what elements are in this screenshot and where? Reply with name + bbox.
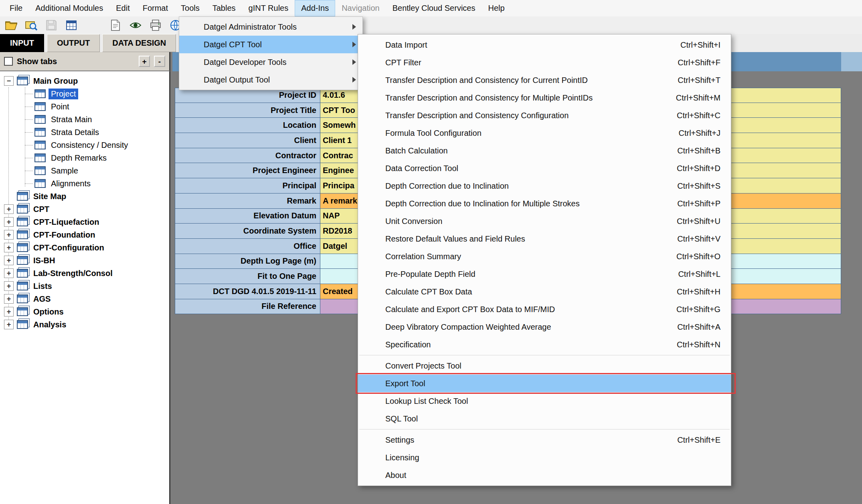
gint-window: FileAdditional ModulesEditFormatToolsTab… xyxy=(0,0,862,504)
tree-item-label: Depth Remarks xyxy=(49,153,109,163)
tree-item-site-map[interactable]: Site Map xyxy=(0,190,169,203)
cpt-menu-item-transfer-description-and-consistency-for-multiple-pointids[interactable]: Transfer Description and Consistency for… xyxy=(358,89,731,107)
addins-menu-item-datgel-output-tool[interactable]: Datgel Output Tool xyxy=(179,71,362,89)
find-project-icon[interactable] xyxy=(24,18,38,32)
tree-item-cpt-configuration[interactable]: +CPT-Configuration xyxy=(0,241,169,254)
cpt-menu-item-deep-vibratory-compaction-weighted-average[interactable]: Deep Vibratory Compaction Weighted Avera… xyxy=(358,318,731,336)
cpt-menu-item-cpt-filter[interactable]: CPT FilterCtrl+Shift+F xyxy=(358,54,731,71)
cpt-menu-item-correlation-summary[interactable]: Correlation SummaryCtrl+Shift+O xyxy=(358,248,731,265)
tree-item-label: CPT xyxy=(31,204,52,215)
cpt-menu-item-about[interactable]: About xyxy=(358,466,731,484)
menu-item-label: Settings xyxy=(385,435,414,445)
minus-expander-icon[interactable]: − xyxy=(4,76,14,86)
cpt-menu-item-transfer-description-and-consistency-configuration[interactable]: Transfer Description and Consistency Con… xyxy=(358,107,731,124)
cpt-menu-item-formula-tool-configuration[interactable]: Formula Tool ConfigurationCtrl+Shift+J xyxy=(358,124,731,142)
tree-item-project[interactable]: Project xyxy=(0,87,169,100)
tree-item-consistency-density[interactable]: Consistency / Density xyxy=(0,139,169,151)
shortcut-label: Ctrl+Shift+D xyxy=(677,164,720,173)
plus-expander-icon[interactable]: + xyxy=(4,204,14,214)
tree-item-options[interactable]: +Options xyxy=(0,305,169,318)
cpt-menu-item-sql-tool[interactable]: SQL Tool xyxy=(358,410,731,427)
shortcut-label: Ctrl+Shift+E xyxy=(677,435,720,445)
menubar-item-tools[interactable]: Tools xyxy=(174,0,206,16)
cpt-menu-item-convert-projects-tool[interactable]: Convert Projects Tool xyxy=(358,357,731,375)
plus-expander-icon[interactable]: + xyxy=(4,307,14,317)
show-tabs-bar: Show tabs + - xyxy=(0,52,170,71)
tree-item-strata-details[interactable]: Strata Details xyxy=(0,126,169,139)
cpt-menu-item-settings[interactable]: SettingsCtrl+Shift+E xyxy=(358,431,731,449)
cpt-menu-item-licensing[interactable]: Licensing xyxy=(358,449,731,466)
tree-item-cpt[interactable]: +CPT xyxy=(0,203,169,216)
tree-item-lists[interactable]: +Lists xyxy=(0,280,169,292)
menubar-item-tables[interactable]: Tables xyxy=(206,0,242,16)
cpt-menu-item-lookup-list-check-tool[interactable]: Lookup List Check Tool xyxy=(358,392,731,410)
preview-eye-icon[interactable] xyxy=(128,18,143,32)
plus-expander-icon[interactable]: + xyxy=(4,268,14,278)
tree-item-lab-strength-consol[interactable]: +Lab-Strength/Consol xyxy=(0,267,169,280)
cpt-menu-item-calculate-and-export-cpt-box-data-to-mif-mid[interactable]: Calculate and Export CPT Box Data to MIF… xyxy=(358,300,731,318)
cpt-menu-item-depth-correction-due-to-inclination-for-multiple-strokes[interactable]: Depth Correction due to Inclination for … xyxy=(358,195,731,212)
plus-expander-icon[interactable]: + xyxy=(4,217,14,227)
plus-expander-icon[interactable]: + xyxy=(4,294,14,304)
tree-item-analysis[interactable]: +Analysis xyxy=(0,318,169,331)
addins-menu-item-datgel-developer-tools[interactable]: Datgel Developer Tools xyxy=(179,53,362,71)
cpt-menu-item-data-correction-tool[interactable]: Data Correction ToolCtrl+Shift+D xyxy=(358,159,731,177)
cpt-menu-item-specification[interactable]: SpecificationCtrl+Shift+N xyxy=(358,336,731,353)
tree-item-main-group[interactable]: −Main Group xyxy=(0,75,169,87)
menubar-item-help[interactable]: Help xyxy=(482,0,511,16)
open-project-icon[interactable] xyxy=(4,18,18,32)
cpt-menu-item-data-import[interactable]: Data ImportCtrl+Shift+I xyxy=(358,36,731,54)
tab-output[interactable]: OUTPUT xyxy=(47,34,100,52)
cpt-menu-item-batch-calculation[interactable]: Batch CalculationCtrl+Shift+B xyxy=(358,142,731,159)
tab-data-design[interactable]: DATA DESIGN xyxy=(102,34,176,52)
tree-item-ags[interactable]: +AGS xyxy=(0,292,169,305)
menubar-item-add-ins[interactable]: Add-Ins xyxy=(295,0,335,16)
table-group-icon xyxy=(17,294,28,303)
toolbar-separator xyxy=(84,18,103,32)
plus-expander-icon[interactable]: + xyxy=(4,281,14,291)
toolbar xyxy=(0,16,862,34)
tree-item-sample[interactable]: Sample xyxy=(0,164,169,177)
menubar-item-bentley-cloud-services[interactable]: Bentley Cloud Services xyxy=(386,0,482,16)
tree-item-point[interactable]: Point xyxy=(0,100,169,113)
tree-item-cpt-foundation[interactable]: +CPT-Foundation xyxy=(0,228,169,241)
remove-tab-button[interactable]: - xyxy=(154,56,165,67)
field-label: Fit to One Page xyxy=(175,269,320,284)
plus-expander-icon[interactable]: + xyxy=(4,256,14,265)
print-icon[interactable] xyxy=(148,18,163,32)
addins-menu-item-datgel-cpt-tool[interactable]: Datgel CPT Tool xyxy=(179,36,362,53)
cpt-menu-item-restore-default-values-and-field-rules[interactable]: Restore Default Values and Field RulesCt… xyxy=(358,230,731,248)
shortcut-label: Ctrl+Shift+H xyxy=(677,287,720,296)
tree-item-depth-remarks[interactable]: Depth Remarks xyxy=(0,151,169,164)
show-tabs-checkbox[interactable] xyxy=(4,57,13,66)
addins-dropdown-menu: Datgel Administrator ToolsDatgel CPT Too… xyxy=(179,16,363,90)
tab-input[interactable]: INPUT xyxy=(0,34,44,52)
report-icon[interactable] xyxy=(108,18,123,32)
cpt-menu-item-calculate-cpt-box-data[interactable]: Calculate CPT Box DataCtrl+Shift+H xyxy=(358,283,731,300)
menubar-item-file[interactable]: File xyxy=(3,0,29,16)
addins-menu-item-datgel-administrator-tools[interactable]: Datgel Administrator Tools xyxy=(179,18,362,36)
plus-expander-icon[interactable]: + xyxy=(4,243,14,252)
plus-expander-icon[interactable]: + xyxy=(4,230,14,240)
cpt-menu-item-transfer-description-and-consistency-for-current-pointid[interactable]: Transfer Description and Consistency for… xyxy=(358,71,731,89)
plus-expander-icon[interactable]: + xyxy=(4,320,14,329)
menubar-item-gint-rules[interactable]: gINT Rules xyxy=(242,0,295,16)
table-group-icon xyxy=(17,218,28,226)
menu-item-label: Convert Projects Tool xyxy=(385,361,461,371)
table-properties-icon[interactable] xyxy=(64,18,79,32)
menu-item-label: Datgel Administrator Tools xyxy=(204,22,297,32)
tree-item-cpt-liquefaction[interactable]: +CPT-Liquefaction xyxy=(0,216,169,228)
cpt-menu-item-pre-populate-depth-field[interactable]: Pre-Populate Depth FieldCtrl+Shift+L xyxy=(358,265,731,283)
tree-item-is-bh[interactable]: +IS-BH xyxy=(0,254,169,267)
add-tab-button[interactable]: + xyxy=(139,56,150,67)
menubar-item-format[interactable]: Format xyxy=(136,0,174,16)
menubar-item-edit[interactable]: Edit xyxy=(109,0,136,16)
cpt-menu-item-depth-correction-due-to-inclination[interactable]: Depth Correction due to InclinationCtrl+… xyxy=(358,177,731,195)
cpt-menu-item-export-tool[interactable]: Export Tool xyxy=(358,375,731,392)
tree-item-strata-main[interactable]: Strata Main xyxy=(0,113,169,126)
cpt-menu-item-unit-conversion[interactable]: Unit ConversionCtrl+Shift+U xyxy=(358,212,731,230)
save-icon[interactable] xyxy=(44,18,59,32)
menubar-item-additional-modules[interactable]: Additional Modules xyxy=(29,0,109,16)
tree-item-alignments[interactable]: Alignments xyxy=(0,177,169,190)
menubar-item-navigation[interactable]: Navigation xyxy=(335,0,386,16)
